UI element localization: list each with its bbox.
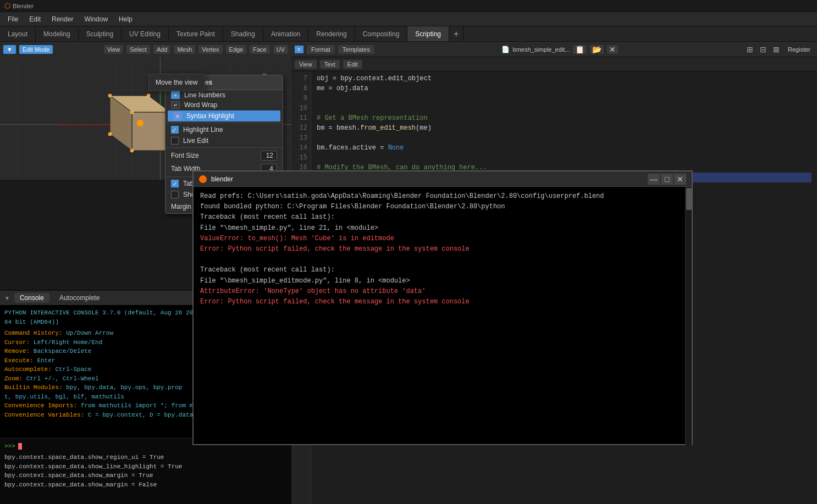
prop-live-edit[interactable]: Live Edit — [165, 135, 283, 146]
menu-item-help[interactable]: Help — [114, 14, 137, 24]
script-header: ≡ Format Templates 📄 bmesh_simple_edit..… — [291, 42, 817, 57]
svg-point-13 — [130, 149, 134, 152]
prop-line-numbers[interactable]: ≡ Line Numbers — [165, 90, 283, 100]
tab-shading[interactable]: Shading — [223, 26, 263, 41]
text-sub-btn[interactable]: Text — [320, 60, 340, 69]
templates-btn[interactable]: Templates — [338, 45, 374, 54]
sys-line-7: Traceback (most recent call last): — [200, 265, 685, 275]
select-btn[interactable]: Select — [126, 45, 150, 54]
tabs-as-spaces-checkbox[interactable]: ✓ — [171, 180, 179, 187]
code-line-8: me = obj.data — [317, 84, 812, 93]
open-file-btn[interactable]: 📂 — [590, 45, 604, 54]
syntax-highlight-label: Syntax Highlight — [186, 112, 234, 120]
ln-10: 10 — [291, 103, 307, 113]
sys-console-output: Read prefs: C:\Users\satish.goda\AppData… — [194, 187, 692, 444]
viewport-header: ▼ Edit Mode View Select Add Mesh Vertex … — [0, 42, 291, 57]
format-btn[interactable]: Format — [307, 45, 335, 54]
highlight-line-label: Highlight Line — [183, 126, 223, 134]
tooltip-text: Move the view — [156, 79, 198, 86]
system-console-window: blender — □ ✕ Read prefs: C:\Users\satis… — [192, 170, 693, 445]
code-line-10 — [317, 103, 812, 113]
ln-11: 11 — [291, 113, 307, 123]
prop-highlight-line[interactable]: ✓ Highlight Line — [165, 124, 283, 135]
view-btn[interactable]: View — [104, 45, 124, 54]
edit-sub-btn[interactable]: Edit — [343, 60, 362, 69]
svg-point-12 — [147, 94, 150, 97]
sys-line-4: ValueError: to_mesh(): Mesh 'Cube' is in… — [200, 234, 685, 244]
sys-console-title: blender — [211, 175, 233, 183]
workspace-tabs: Layout Modeling Sculpting UV Editing Tex… — [0, 26, 817, 42]
menu-bar: File Edit Render Window Help — [0, 12, 817, 26]
prompt-symbol: >>> — [4, 443, 15, 450]
edit-mode-btn[interactable]: Edit Mode — [19, 45, 53, 54]
code-line-14: bm.faces.active = None — [317, 143, 812, 153]
autocomplete-tab-btn[interactable]: Autocomplete — [54, 293, 105, 303]
tab-layout[interactable]: Layout — [0, 26, 36, 41]
menu-item-edit[interactable]: Edit — [25, 14, 45, 24]
bottom-code-3: bpy.context.space_data.show_margin = Tru… — [4, 471, 287, 480]
face-btn[interactable]: Face — [250, 45, 269, 54]
menu-item-render[interactable]: Render — [47, 14, 78, 24]
font-size-value[interactable]: 12 — [261, 151, 277, 160]
script-icon: ≡ — [295, 46, 303, 53]
divider-2 — [165, 147, 283, 148]
sys-scrollbar[interactable] — [685, 187, 692, 446]
view-sub-btn[interactable]: View — [295, 60, 317, 69]
svg-point-11 — [108, 94, 112, 97]
ln-15: 15 — [291, 153, 307, 163]
console-tab-btn[interactable]: Console — [14, 293, 49, 303]
bottom-code-4: bpy.context.space_data.show_margin = Fal… — [4, 480, 287, 490]
close-file-btn[interactable]: ✕ — [607, 45, 618, 54]
tab-sculpting[interactable]: Sculpting — [79, 26, 122, 41]
ln-14: 14 — [291, 143, 307, 153]
tab-uv-editing[interactable]: UV Editing — [122, 26, 169, 41]
highlight-line-checkbox[interactable]: ✓ — [171, 126, 179, 134]
close-btn[interactable]: ✕ — [674, 174, 686, 185]
maximize-btn[interactable]: □ — [661, 174, 673, 185]
scrollbar-thumb[interactable] — [686, 188, 692, 210]
new-file-btn[interactable]: 📋 — [573, 45, 587, 54]
title-bar: ⬡ Blender — [0, 0, 817, 12]
add-btn[interactable]: Add — [153, 45, 171, 54]
code-line-11: # Get a BMesh representation — [317, 113, 812, 123]
tab-add[interactable]: + — [449, 26, 463, 41]
ln-9: 9 — [291, 93, 307, 103]
svg-point-15 — [108, 132, 112, 136]
ln-7: 7 — [291, 74, 307, 84]
file-icon: 📄 — [501, 46, 510, 53]
tab-texture-paint[interactable]: Texture Paint — [169, 26, 223, 41]
console-bottom: >>> bpy.context.space_data.show_region_u… — [0, 438, 291, 504]
word-wrap-icon: ↵ — [171, 101, 180, 109]
sys-line-10: Error: Python script failed, check the m… — [200, 297, 685, 307]
prop-syntax-highlight[interactable]: S Syntax Highlight — [168, 110, 280, 121]
sys-line-9: AttributeError: 'NoneType' object has no… — [200, 286, 685, 297]
show-margin-checkbox[interactable] — [171, 191, 179, 198]
sys-line-1: found bundled python: C:\Program Files\B… — [200, 202, 685, 212]
tab-animation[interactable]: Animation — [263, 26, 308, 41]
vertex-btn[interactable]: Vertex — [198, 45, 222, 54]
live-edit-checkbox[interactable] — [171, 137, 179, 145]
sys-line-5: Error: Python script failed, check the m… — [200, 244, 685, 254]
menu-item-file[interactable]: File — [3, 14, 23, 24]
code-line-15 — [317, 153, 812, 163]
edge-btn[interactable]: Edge — [226, 45, 247, 54]
minimize-btn[interactable]: — — [648, 174, 660, 185]
object-mode-dropdown[interactable]: ▼ — [3, 45, 16, 54]
tab-scripting[interactable]: Scripting — [407, 26, 449, 41]
tab-modeling[interactable]: Modeling — [36, 26, 79, 41]
code-line-12: bm = bmesh.from_edit_mesh(me) — [317, 123, 812, 133]
uv-btn[interactable]: UV — [273, 45, 288, 54]
ln-13: 13 — [291, 133, 307, 143]
svg-point-16 — [137, 120, 143, 126]
console-expand-icon: ▼ — [4, 295, 10, 301]
sys-line-3: File "\bmesh_simple.py", line 21, in <mo… — [200, 223, 685, 234]
tab-rendering[interactable]: Rendering — [308, 26, 355, 41]
layout-icon-2: ⊟ — [758, 45, 768, 54]
sys-line-6 — [200, 254, 685, 265]
menu-item-window[interactable]: Window — [80, 14, 112, 24]
mesh-btn[interactable]: Mesh — [174, 45, 195, 54]
system-console-header: blender — □ ✕ — [194, 171, 692, 187]
script-sub-header: View Text Edit — [291, 57, 817, 71]
prop-word-wrap[interactable]: ↵ Word Wrap — [165, 100, 283, 110]
tab-compositing[interactable]: Compositing — [355, 26, 408, 41]
